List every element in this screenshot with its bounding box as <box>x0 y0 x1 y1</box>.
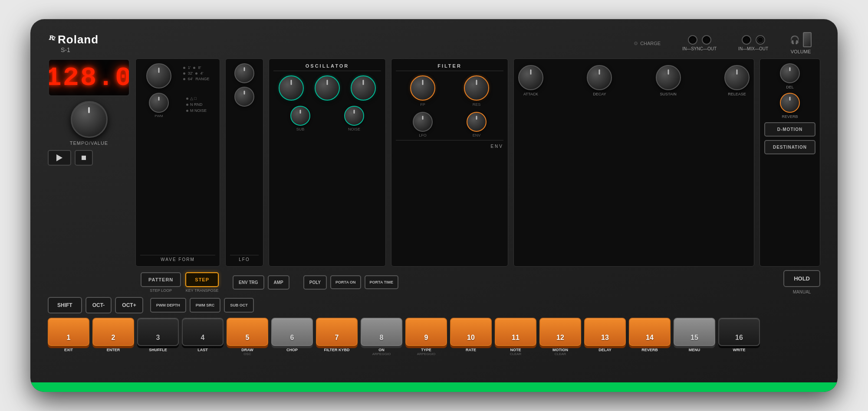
filter-freq-knob[interactable] <box>410 75 435 101</box>
env-section-label: ENV <box>490 144 503 149</box>
reverb-knob-label: REVERB <box>782 114 798 119</box>
filter-res-label: RES <box>473 102 481 107</box>
sustain-label: SUSTAIN <box>660 92 676 96</box>
d-motion-button[interactable]: D-MOTION <box>764 122 815 137</box>
env-trg-button[interactable]: ENV TRG <box>233 275 264 290</box>
poly-button[interactable]: POLY <box>303 275 327 290</box>
key-15[interactable]: 15 <box>674 318 715 346</box>
key-transpose-label: KEY TRANSPOSE <box>186 288 219 293</box>
key-16[interactable]: 16 <box>718 318 760 346</box>
key-label-4: LAST <box>182 348 224 356</box>
key-label-12: MOTION CLEAR <box>539 348 581 356</box>
oct-minus-button[interactable]: OCT- <box>85 297 112 313</box>
key-label-16: WRITE <box>718 348 760 356</box>
key-5[interactable]: 5 <box>227 318 268 346</box>
waveform-label: WAVE FORM <box>140 255 215 262</box>
decay-label: DECAY <box>593 92 606 96</box>
waveform-section: 1' 8' 32' 4' 64' RANGE <box>135 59 220 267</box>
amp-button[interactable]: AMP <box>268 275 289 290</box>
tempo-label: TEMPO/VALUE <box>70 140 108 146</box>
display-section: 128.0 TEMPO/VALUE <box>48 59 130 267</box>
play-button[interactable] <box>48 150 71 166</box>
step-button[interactable]: STEP <box>185 272 219 287</box>
osc-noise-label: NOISE <box>348 127 360 131</box>
pwm-src-button[interactable]: PWM SRC <box>190 298 221 313</box>
pattern-button[interactable]: PATTERN <box>141 272 181 287</box>
osc-noise-knob[interactable] <box>344 106 364 126</box>
hold-button[interactable]: HOLD <box>783 270 820 287</box>
key-6[interactable]: 6 <box>271 318 313 346</box>
filter-label: FILTER <box>396 63 503 71</box>
key-label-10: RATE <box>450 348 492 356</box>
oscillator-section: OSCILLATOR SUB <box>269 59 386 267</box>
key-10[interactable]: 10 <box>450 318 492 346</box>
attack-knob[interactable] <box>518 65 543 90</box>
key-label-3: SHUFFLE <box>137 348 179 356</box>
lfo-label: LFO <box>230 255 259 262</box>
volume-label: VOLUME <box>791 49 811 54</box>
volume-knob[interactable] <box>803 32 812 47</box>
filter-lfo-label: LFO <box>419 133 427 137</box>
decay-knob[interactable] <box>587 65 612 90</box>
delay-knob[interactable] <box>780 63 800 83</box>
adsr-section: ATTACK DECAY SUSTAIN RELEASE <box>513 59 754 267</box>
porta-time-button[interactable]: PORTA TIME <box>365 275 399 289</box>
osc-pitch-knob[interactable] <box>279 75 304 101</box>
filter-env-knob[interactable] <box>467 112 487 132</box>
release-label: RELEASE <box>728 92 746 96</box>
key-3[interactable]: 3 <box>137 318 179 346</box>
sub-oct-button[interactable]: SUB OCT <box>224 298 254 313</box>
key-12[interactable]: 12 <box>539 318 581 346</box>
key-label-7: FILTER KYBD <box>316 348 358 356</box>
oscillator-label: OSCILLATOR <box>273 63 381 71</box>
key-4[interactable]: 4 <box>182 318 224 346</box>
lfo-section: LFO <box>225 59 263 267</box>
key-11[interactable]: 11 <box>495 318 536 346</box>
key-label-5: DRAW OSC <box>227 348 268 356</box>
stop-button[interactable] <box>75 150 93 166</box>
step-loop-label: STEP LOOP <box>150 288 172 293</box>
synth-body: ᴿ² Roland S-1 CHARGE IN—SYNC—OUT <box>30 19 838 392</box>
filter-lfo-knob[interactable] <box>413 112 433 132</box>
filter-freq-label: FP <box>420 102 425 107</box>
key-label-9: TYPE ARPEGGIO <box>405 348 447 356</box>
waveform-knob[interactable] <box>146 63 171 88</box>
pwm-knob[interactable] <box>149 93 169 113</box>
key-7[interactable]: 7 <box>316 318 358 346</box>
oct-plus-button[interactable]: OCT+ <box>115 297 143 313</box>
key-1[interactable]: 1 <box>48 318 89 346</box>
lfo-knob-bottom[interactable] <box>234 87 254 107</box>
osc-tune-knob[interactable] <box>315 75 340 101</box>
tempo-knob[interactable] <box>71 101 108 138</box>
release-knob[interactable] <box>724 65 750 90</box>
key-8[interactable]: 8 <box>361 318 402 346</box>
charge-indicator: CHARGE <box>634 41 661 46</box>
shift-button[interactable]: SHIFT <box>48 297 82 313</box>
key-label-13: DELAY <box>584 348 626 356</box>
key-14[interactable]: 14 <box>629 318 671 346</box>
key-2[interactable]: 2 <box>92 318 134 346</box>
key-label-14: REVERB <box>629 348 671 356</box>
pwm-depth-button[interactable]: PWM DEPTH <box>150 298 186 313</box>
right-panel: DEL REVERB D-MOTION DESTINATION <box>760 59 820 267</box>
key-label-2: ENTER <box>92 348 134 356</box>
keys-section: 12345678910111213141516 EXIT ENTER SHUFF… <box>48 318 820 356</box>
filter-res-knob[interactable] <box>464 75 489 101</box>
key-label-8: ON ARPEGGIO <box>361 348 402 356</box>
porta-on-button[interactable]: PORTA ON <box>330 275 361 289</box>
osc-shape-knob[interactable] <box>351 75 376 101</box>
brand-logo: ᴿ² Roland S-1 <box>48 33 99 53</box>
sustain-knob[interactable] <box>656 65 681 90</box>
key-13[interactable]: 13 <box>584 318 626 346</box>
key-label-11: NOTE CLEAR <box>495 348 536 356</box>
reverb-knob[interactable] <box>780 93 800 113</box>
sync-connector: IN—SYNC—OUT <box>682 35 717 51</box>
destination-button[interactable]: DESTINATION <box>764 140 815 154</box>
key-label-15: MENU <box>674 348 715 356</box>
key-9[interactable]: 9 <box>405 318 447 346</box>
osc-sub-knob[interactable] <box>290 106 310 126</box>
attack-label: ATTACK <box>523 92 538 96</box>
lfo-knob-top[interactable] <box>234 63 254 83</box>
sync-label: IN—SYNC—OUT <box>682 46 717 51</box>
charge-label: CHARGE <box>640 41 661 46</box>
